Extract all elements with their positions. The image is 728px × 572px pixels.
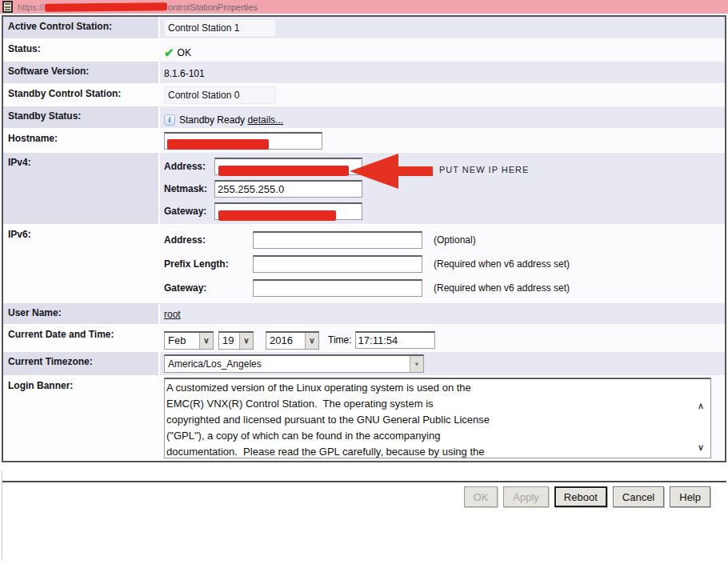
annotation-text: PUT NEW IP HERE (439, 165, 529, 174)
standby-control-station-value: Control Station 0 (164, 86, 276, 104)
status-label: Status: (3, 39, 160, 61)
standby-status-label: Standby Status: (3, 106, 160, 128)
apply-button[interactable]: Apply (503, 486, 549, 507)
timezone-dropdown-icon[interactable]: ▼ (410, 356, 423, 372)
row-current-date-time: Current Date and Time: Feb ∨ 19 ∨ 2016 ∨… (3, 325, 725, 352)
green-check-icon: ✔ (164, 46, 174, 58)
user-name-label: User Name: (3, 303, 160, 324)
row-software-version: Software Version: 8.1.6-101 (3, 62, 725, 84)
ok-button[interactable]: OK (464, 486, 498, 507)
ipv4-label: IPv4: (3, 153, 160, 224)
time-input[interactable] (355, 331, 435, 349)
row-standby-control-station: Standby Control Station: Control Station… (3, 84, 725, 106)
row-login-banner: Login Banner: A customized version of th… (3, 376, 725, 461)
current-date-time-label: Current Date and Time: (3, 325, 160, 351)
ipv6-label: IPv6: (3, 225, 160, 302)
active-control-station-value: Control Station 1 (164, 19, 276, 37)
url-prefix: https:// (18, 2, 44, 12)
ipv4-gateway-label: Gateway: (164, 206, 214, 217)
red-arrow-tail (398, 166, 433, 176)
software-version-value: 8.1.6-101 (164, 68, 205, 79)
hostname-label: Hostname: (3, 129, 160, 152)
ipv6-prefix-length-label: Prefix Length: (164, 258, 253, 270)
day-chevron-down-icon[interactable]: ∨ (239, 333, 253, 349)
reboot-button[interactable]: Reboot (554, 486, 607, 507)
year-chevron-down-icon[interactable]: ∨ (305, 333, 318, 349)
help-button[interactable]: Help (670, 486, 710, 507)
scrollbar-up-icon[interactable]: ∧ (698, 401, 704, 411)
ipv6-prefix-length-note: (Required when v6 address set) (434, 258, 570, 270)
hostname-redaction (167, 139, 269, 150)
day-select-value: 19 (219, 333, 237, 349)
software-version-label: Software Version: (3, 62, 160, 83)
standby-control-station-label: Standby Control Station: (3, 84, 160, 106)
ipv6-address-note: (Optional) (434, 234, 476, 246)
ipv6-address-input[interactable] (253, 231, 422, 249)
control-station-properties-window: https:// ontrolStationProperties Active … (0, 0, 728, 572)
day-select[interactable]: 19 ∨ (218, 331, 254, 350)
timezone-select-value: America/Los_Angeles (165, 356, 410, 372)
row-standby-status: Standby Status: i Standby Ready details.… (3, 106, 725, 129)
current-timezone-label: Current Timezone: (3, 352, 160, 375)
titlebar: https:// ontrolStationProperties (0, 0, 728, 14)
info-icon: i (164, 114, 175, 126)
ipv4-gateway-redaction (218, 210, 336, 221)
red-arrow-icon (350, 154, 398, 189)
row-active-control-station: Active Control Station: Control Station … (3, 17, 725, 39)
ipv6-prefix-length-input[interactable] (253, 255, 422, 273)
login-banner-label: Login Banner: (3, 376, 160, 461)
row-current-timezone: Current Timezone: America/Los_Angeles ▼ (3, 352, 725, 376)
year-select-value: 2016 (266, 333, 296, 349)
url-text: https:// ontrolStationProperties (18, 2, 258, 12)
ipv4-address-redaction (218, 166, 349, 176)
row-user-name: User Name: root (3, 303, 725, 325)
status-value: OK (178, 47, 191, 58)
window-left-edge (2, 471, 2, 560)
ipv6-gateway-label: Gateway: (164, 282, 253, 294)
ipv6-address-label: Address: (164, 234, 253, 246)
login-banner-textarea[interactable]: A customized version of the Linux operat… (164, 378, 711, 458)
user-name-link[interactable]: root (164, 309, 181, 320)
year-select[interactable]: 2016 ∨ (266, 331, 319, 350)
button-row: OK Apply Reboot Cancel Help (464, 486, 710, 507)
ipv4-address-label: Address: (164, 161, 214, 172)
standby-status-value: Standby Ready (179, 114, 245, 126)
cancel-button[interactable]: Cancel (613, 486, 664, 507)
row-status: Status: ✔ OK (3, 39, 725, 62)
standby-details-link[interactable]: details... (247, 114, 283, 126)
ipv4-netmask-input[interactable] (214, 180, 362, 198)
time-label: Time: (328, 334, 352, 346)
month-select[interactable]: Feb ∨ (164, 331, 214, 350)
properties-table: Active Control Station: Control Station … (2, 15, 726, 462)
ipv6-gateway-input[interactable] (253, 279, 422, 297)
ipv4-netmask-label: Netmask: (164, 183, 214, 194)
url-redaction (45, 2, 167, 12)
row-ipv6: IPv6: Address: (Optional) Prefix Length:… (3, 225, 725, 303)
month-chevron-down-icon[interactable]: ∨ (199, 333, 213, 349)
url-suffix: ontrolStationProperties (168, 2, 258, 12)
active-control-station-label: Active Control Station: (3, 17, 160, 38)
ipv6-gateway-note: (Required when v6 address set) (434, 282, 570, 294)
month-select-value: Feb (165, 333, 189, 349)
button-divider (2, 481, 726, 482)
page-icon (2, 1, 13, 13)
row-hostname: Hostname: (3, 129, 725, 153)
timezone-select[interactable]: America/Los_Angeles ▼ (164, 354, 424, 373)
scrollbar-down-icon[interactable]: ∨ (698, 442, 704, 453)
